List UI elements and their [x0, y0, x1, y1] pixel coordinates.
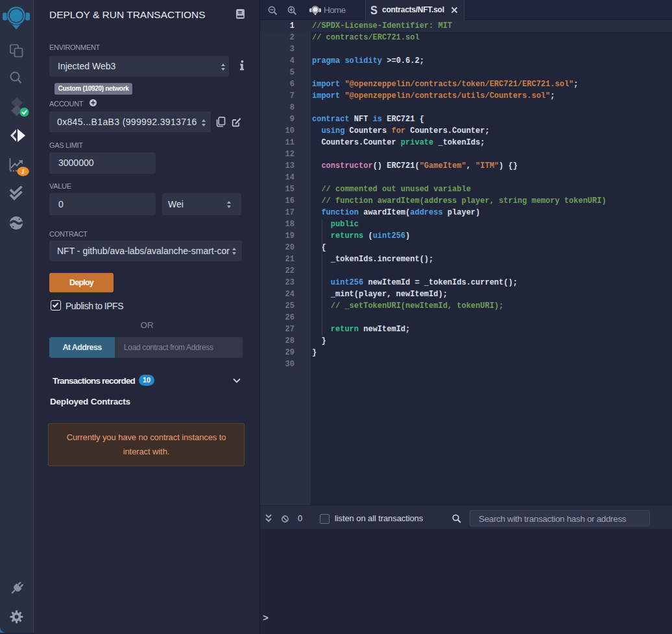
svg-text:1: 1: [21, 167, 25, 175]
svg-text:S: S: [370, 3, 378, 16]
